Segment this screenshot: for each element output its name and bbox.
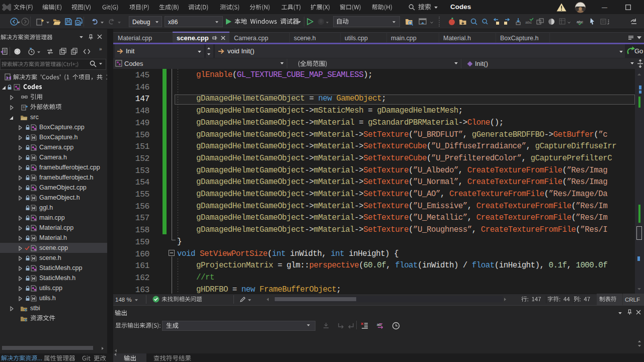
svg-text:-: -: [483, 20, 485, 23]
svg-text:ab: ab: [377, 322, 381, 327]
svg-text:abc: abc: [577, 20, 583, 24]
svg-text:abc: abc: [525, 20, 532, 25]
